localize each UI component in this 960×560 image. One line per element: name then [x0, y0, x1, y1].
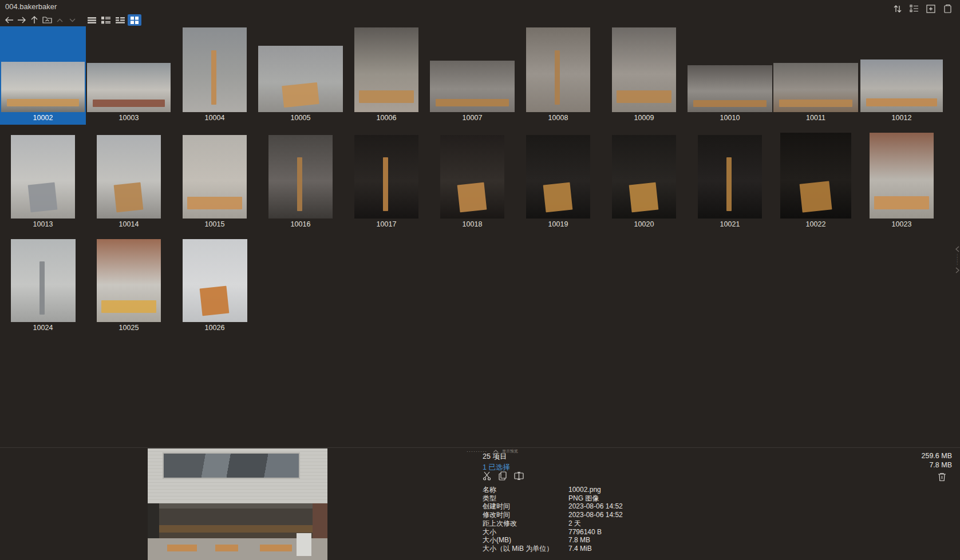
selection-actions	[483, 471, 531, 480]
thumbnail-image	[526, 135, 590, 219]
detail-value: 7.4 MiB	[568, 545, 592, 553]
detail-value: 7.8 MB	[568, 536, 590, 545]
thumbnail-image	[526, 27, 590, 112]
thumbnail-image	[268, 135, 333, 219]
detail-row: 修改时间2023-08-06 14:52	[483, 511, 623, 519]
collapse-left-icon	[955, 246, 959, 252]
thumbnail-label: 10002	[33, 112, 53, 125]
detail-label: 类型	[483, 494, 568, 503]
thumbnail-image	[698, 135, 762, 219]
thumbnail-cell-10007[interactable]: 10007	[429, 26, 515, 125]
thumbnail-subject	[693, 100, 766, 107]
thumbnail-cell-10023[interactable]: 10023	[859, 133, 945, 231]
thumbnail-label: 10009	[634, 112, 654, 125]
thumbnail-label: 10004	[205, 112, 225, 125]
detail-row: 大小（以 MiB 为单位）7.4 MiB	[483, 545, 623, 553]
thumbnail-subject	[617, 90, 671, 103]
detail-value: 7796140 B	[568, 528, 602, 537]
preview-bench	[167, 545, 197, 551]
thumbnail-image	[87, 63, 171, 112]
thumbnail-subject	[282, 82, 319, 108]
thumbnail-cell-10008[interactable]: 10008	[515, 26, 601, 125]
paste-icon[interactable]	[514, 471, 524, 480]
thumbnail-label: 10017	[377, 219, 397, 231]
thumbnail-cell-10005[interactable]: 10005	[258, 26, 343, 125]
thumbnail-cell-10015[interactable]: 10015	[172, 133, 258, 231]
preview-bench	[215, 545, 238, 551]
thumbnail-cell-10016[interactable]: 10016	[258, 133, 343, 231]
thumbnail-subject	[7, 99, 79, 106]
detail-label: 创建时间	[483, 502, 568, 511]
thumbnail-label: 10011	[806, 112, 825, 125]
thumbnail-image	[11, 239, 76, 322]
selected-size: 7.8 MB	[921, 461, 952, 469]
thumbnail-label: 10003	[119, 112, 139, 125]
thumbnail-label: 10021	[720, 219, 740, 231]
thumbnail-grid: 1000210003100041000510006100071000810009…	[0, 0, 960, 447]
total-size: 259.6 MB	[921, 452, 952, 460]
thumbnail-image	[1, 62, 85, 112]
detail-value: 10002.png	[568, 486, 601, 494]
cut-icon[interactable]	[483, 471, 491, 480]
thumbnail-cell-10010[interactable]: 10010	[687, 26, 773, 125]
thumbnail-label: 10016	[291, 219, 311, 231]
preview-windows	[163, 452, 300, 479]
thumbnail-image	[183, 135, 247, 219]
thumbnail-image	[183, 239, 247, 322]
thumbnail-label: 10012	[892, 112, 912, 125]
thumbnail-subject	[866, 98, 937, 106]
thumbnail-cell-10025[interactable]: 10025	[86, 236, 172, 335]
thumbnail-label: 10020	[634, 219, 654, 231]
detail-row: 大小7796140 B	[483, 528, 623, 537]
thumbnail-cell-10003[interactable]: 10003	[86, 26, 172, 125]
detail-value: 2023-08-06 14:52	[568, 502, 623, 511]
thumbnail-cell-10018[interactable]: 10018	[429, 133, 515, 231]
preview-image	[148, 448, 327, 560]
thumbnail-subject	[101, 300, 156, 313]
thumbnail-label: 10014	[119, 219, 139, 231]
thumbnail-cell-10026[interactable]: 10026	[172, 236, 258, 335]
thumbnail-cell-10014[interactable]: 10014	[86, 133, 172, 231]
thumbnail-subject	[874, 196, 929, 209]
thumbnail-label: 10024	[33, 322, 53, 335]
thumbnail-cell-10004[interactable]: 10004	[172, 26, 258, 125]
thumbnail-cell-10022[interactable]: 10022	[773, 133, 859, 231]
thumbnail-label: 10025	[119, 322, 139, 335]
thumbnail-image	[354, 27, 418, 112]
expand-right-icon	[955, 267, 959, 273]
thumbnail-cell-10020[interactable]: 10020	[601, 133, 687, 231]
thumbnail-cell-10009[interactable]: 10009	[601, 26, 687, 125]
thumbnail-cell-10011[interactable]: 10011	[773, 26, 859, 125]
thumbnail-subject	[555, 50, 560, 105]
right-panel-toggle[interactable]: ⋮⋮⋮	[955, 246, 959, 273]
thumbnail-subject	[543, 182, 573, 212]
thumbnail-label: 10019	[548, 219, 568, 231]
thumbnail-cell-10017[interactable]: 10017	[343, 133, 429, 231]
thumbnail-label: 10026	[205, 322, 225, 335]
thumbnail-cell-10019[interactable]: 10019	[515, 133, 601, 231]
thumbnail-cell-10012[interactable]: 10012	[859, 26, 945, 125]
thumbnail-image	[97, 135, 161, 219]
splitter-handle[interactable]: ⋮⋮⋮	[955, 255, 959, 265]
thumbnail-cell-10024[interactable]: 10024	[0, 236, 86, 335]
detail-label: 大小(MB)	[483, 536, 568, 545]
thumbnail-subject	[359, 90, 414, 103]
thumbnail-label: 10023	[892, 219, 912, 231]
thumbnail-subject	[383, 157, 388, 211]
trash-icon[interactable]	[938, 472, 946, 482]
thumbnail-label: 10022	[806, 219, 826, 231]
thumbnail-label: 10005	[291, 112, 311, 125]
thumbnail-cell-10021[interactable]: 10021	[687, 133, 773, 231]
thumbnail-cell-10013[interactable]: 10013	[0, 133, 86, 231]
item-count: 25 项目	[483, 452, 510, 462]
thumbnail-label: 10006	[377, 112, 397, 125]
thumbnail-subject	[800, 181, 832, 212]
thumbnail-cell-10006[interactable]: 10006	[343, 26, 429, 125]
thumbnail-cell-10002[interactable]: 10002	[0, 26, 86, 125]
thumbnail-image	[258, 46, 343, 112]
copy-icon[interactable]	[499, 471, 507, 480]
preview-bench	[260, 545, 292, 551]
thumbnail-label: 10018	[463, 219, 483, 231]
thumbnail-label: 10013	[33, 219, 53, 231]
thumbnail-subject	[211, 50, 216, 105]
